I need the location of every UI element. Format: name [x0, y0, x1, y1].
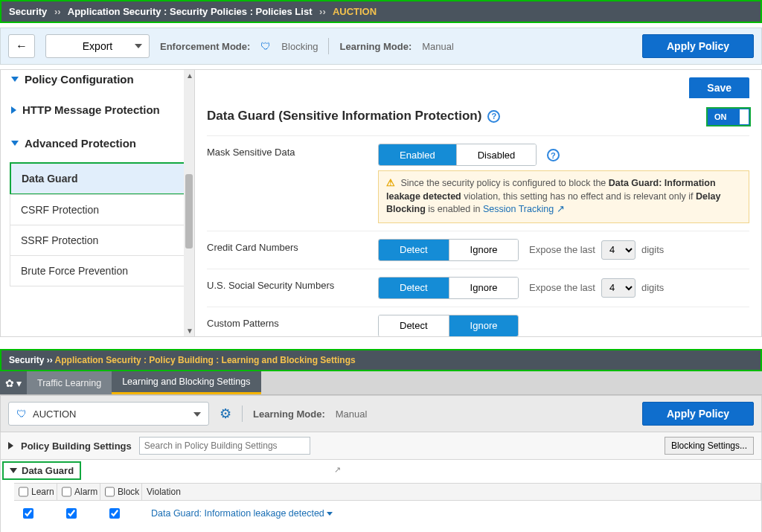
chevron-right-icon[interactable]: [8, 442, 13, 449]
chevron-down-icon: [11, 77, 19, 82]
page-title: Data Guard (Sensitive Information Protec…: [207, 109, 749, 124]
scroll-up-icon[interactable]: ▲: [186, 71, 193, 80]
divider: [328, 38, 329, 54]
cc-detect-button[interactable]: Detect: [379, 240, 449, 260]
save-button[interactable]: Save: [689, 77, 749, 98]
sidebar-item-label: HTTP Message Protection: [22, 103, 160, 116]
sidebar-item-data-guard[interactable]: Data Guard: [10, 162, 185, 195]
segmented-cc: Detect Ignore: [378, 239, 519, 261]
learn-row-checkbox[interactable]: [23, 508, 33, 519]
sidebar-item-label: CSRF Protection: [21, 204, 99, 216]
row-mask-sensitive-data: Mask Sensitive Data Enabled Disabled ? ⚠…: [207, 135, 749, 231]
chevron-down-icon: [11, 141, 19, 146]
toolbar-top: ← Export Enforcement Mode: 🛡 Blocking Le…: [0, 28, 762, 65]
row-custom-patterns: Custom Patterns Detect Ignore: [207, 307, 749, 338]
toolbar-bottom: 🛡 AUCTION ⚙ Learning Mode: Manual Apply …: [0, 395, 762, 432]
mask-enabled-button[interactable]: Enabled: [379, 144, 456, 165]
sidebar-item-http-protection[interactable]: HTTP Message Protection: [1, 93, 194, 126]
sidebar-item-label: Advanced Protection: [25, 137, 136, 150]
scroll-down-icon[interactable]: ▼: [186, 327, 193, 335]
main-split: Policy Configuration HTTP Message Protec…: [0, 69, 762, 337]
crumb-leaf: AUCTION: [333, 6, 377, 17]
ssn-digits-select[interactable]: 4: [601, 278, 635, 298]
help-icon[interactable]: ?: [487, 110, 500, 123]
toggle-knob: [740, 109, 749, 124]
apply-policy-button[interactable]: Apply Policy: [642, 34, 754, 58]
export-dropdown[interactable]: Export: [45, 34, 150, 58]
segmented-mask: Enabled Disabled: [378, 144, 537, 166]
session-tracking-link[interactable]: Session Tracking ↗: [483, 204, 565, 214]
sidebar-item-ssrf[interactable]: SSRF Protection: [10, 225, 185, 256]
popout-icon[interactable]: ↗: [334, 465, 341, 475]
learning-mode-label: Learning Mode:: [253, 408, 325, 420]
ssn-detect-button[interactable]: Detect: [379, 278, 449, 298]
block-header-checkbox[interactable]: [105, 487, 115, 497]
learn-header-checkbox[interactable]: [19, 487, 28, 497]
sidebar-subitems: Data Guard CSRF Protection SSRF Protecti…: [10, 162, 185, 286]
policy-dropdown[interactable]: 🛡 AUCTION: [8, 402, 209, 426]
export-label: Export: [83, 40, 112, 52]
setting-label: Custom Patterns: [207, 315, 378, 329]
tab-traffic-learning[interactable]: Traffic Learning: [27, 371, 112, 394]
notice-text: Since the security policy is configured …: [400, 178, 608, 188]
sidebar-item-policy-configuration[interactable]: Policy Configuration: [1, 70, 194, 93]
sidebar-item-csrf[interactable]: CSRF Protection: [10, 194, 185, 225]
col-alarm: Alarm: [57, 484, 100, 500]
blocking-settings-button[interactable]: Blocking Settings...: [665, 437, 754, 455]
export-button[interactable]: Export: [45, 34, 150, 58]
group-title: Data Guard: [22, 465, 74, 476]
feature-toggle[interactable]: ON: [706, 107, 751, 126]
tab-settings-gear[interactable]: ✿ ▾: [0, 371, 27, 394]
content-panel: Save Data Guard (Sensitive Information P…: [195, 69, 762, 337]
block-row-checkbox[interactable]: [109, 508, 120, 519]
cc-ignore-button[interactable]: Ignore: [449, 240, 519, 260]
gear-icon[interactable]: ⚙: [220, 406, 231, 422]
violations-table: Learn Alarm Block Violation Data Guard: …: [14, 483, 761, 526]
tab-learning-blocking[interactable]: Learning and Blocking Settings: [112, 371, 260, 394]
table-row: Data Guard: Information leakage detected: [14, 501, 761, 526]
chevron-down-icon: [193, 412, 201, 417]
ssn-ignore-button[interactable]: Ignore: [449, 278, 519, 298]
sidebar-scrollbar[interactable]: ▲ ▼: [184, 70, 194, 336]
policy-building-settings-label[interactable]: Policy Building Settings: [21, 440, 132, 452]
crumb-sep: ››: [47, 355, 55, 365]
back-button[interactable]: ←: [8, 34, 35, 58]
col-label: Alarm: [74, 487, 97, 497]
cc-digits-select[interactable]: 4: [601, 240, 635, 260]
sidebar-item-label: Policy Configuration: [25, 73, 134, 86]
crumb2-root[interactable]: Security: [9, 355, 44, 365]
custom-detect-button[interactable]: Detect: [379, 315, 449, 336]
policy-name: AUCTION: [33, 408, 77, 420]
apply-policy-button-2[interactable]: Apply Policy: [642, 402, 754, 426]
col-learn: Learn: [14, 484, 57, 500]
crumb-root[interactable]: Security: [9, 6, 47, 17]
custom-ignore-button[interactable]: Ignore: [449, 315, 519, 336]
tab-label: Learning and Blocking Settings: [122, 376, 250, 387]
violation-link[interactable]: Data Guard: Information leakage detected: [151, 508, 333, 519]
crumb-sep: ››: [54, 6, 61, 17]
sidebar-item-brute-force[interactable]: Brute Force Prevention: [10, 255, 185, 286]
link-text: Session Tracking: [483, 204, 554, 214]
sidebar-item-advanced-protection[interactable]: Advanced Protection: [1, 126, 194, 160]
expose-label: Expose the last: [529, 244, 595, 255]
col-block: Block: [100, 484, 142, 500]
digits-label: digits: [641, 244, 664, 255]
mask-disabled-button[interactable]: Disabled: [457, 144, 537, 165]
scroll-thumb[interactable]: [185, 174, 193, 249]
sidebar-item-label: Brute Force Prevention: [21, 265, 128, 277]
enforcement-mode-value: Blocking: [281, 41, 318, 52]
learning-mode-value: Manual: [422, 41, 454, 52]
alarm-header-checkbox[interactable]: [62, 487, 71, 497]
violation-text: Data Guard: Information leakage detected: [151, 508, 324, 519]
group-data-guard-header[interactable]: Data Guard: [2, 461, 81, 480]
help-icon[interactable]: ?: [547, 149, 560, 161]
sidebar-item-label: Data Guard: [22, 173, 77, 185]
mask-warning-notice: ⚠ Since the security policy is configure…: [378, 170, 749, 223]
crumb2-rest[interactable]: Application Security : Policy Building :…: [55, 355, 356, 365]
col-label: Learn: [31, 487, 54, 497]
search-input[interactable]: [139, 437, 310, 455]
enforcement-mode-label: Enforcement Mode:: [160, 41, 250, 52]
alarm-row-checkbox[interactable]: [66, 508, 77, 519]
crumb-mid[interactable]: Application Security : Security Policies…: [68, 6, 313, 17]
tab-label: Traffic Learning: [37, 378, 101, 388]
